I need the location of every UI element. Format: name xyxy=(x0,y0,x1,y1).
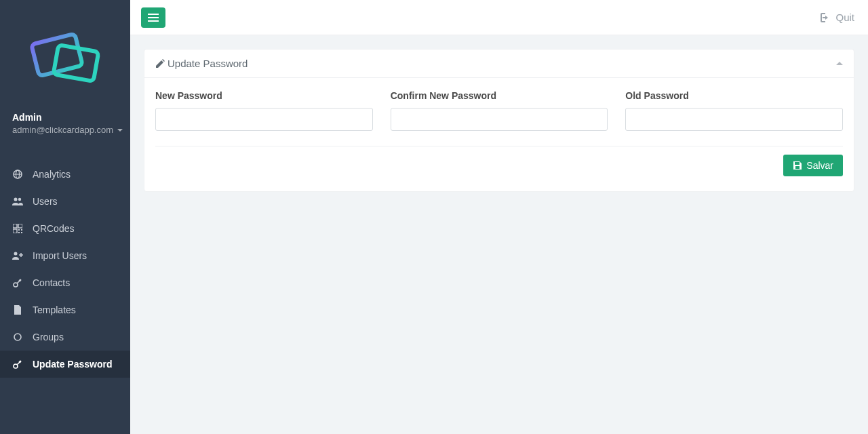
user-email: admin@clickcardapp.com xyxy=(12,125,113,135)
key-icon xyxy=(12,278,23,288)
svg-rect-18 xyxy=(148,14,159,15)
card-title: Update Password xyxy=(155,58,248,69)
confirm-password-input[interactable] xyxy=(391,108,608,131)
sidebar-item-update-password[interactable]: Update Password xyxy=(0,351,130,378)
svg-point-6 xyxy=(18,198,21,201)
sidebar-item-label: Contacts xyxy=(33,277,70,288)
topbar: Quit xyxy=(130,0,868,35)
user-name: Admin xyxy=(12,112,118,123)
sidebar-item-contacts[interactable]: Contacts xyxy=(0,269,130,296)
sidebar-item-qrcodes[interactable]: QRCodes xyxy=(0,215,130,242)
quit-label: Quit xyxy=(835,12,854,23)
collapse-card-icon[interactable] xyxy=(836,62,843,65)
svg-rect-11 xyxy=(21,229,22,231)
confirm-password-label: Confirm New Password xyxy=(391,90,608,101)
chevron-down-icon xyxy=(117,129,123,132)
toggle-sidebar-button[interactable] xyxy=(141,7,165,28)
circle-icon xyxy=(12,333,23,341)
new-password-group: New Password xyxy=(155,90,373,131)
sidebar-item-label: QRCodes xyxy=(33,223,74,234)
user-menu-toggle[interactable]: admin@clickcardapp.com xyxy=(12,125,123,135)
svg-rect-7 xyxy=(13,224,17,228)
update-password-card: Update Password New Password Confirm New… xyxy=(144,49,854,192)
svg-rect-20 xyxy=(148,20,159,22)
svg-rect-13 xyxy=(21,232,22,233)
card-header: Update Password xyxy=(144,50,854,78)
globe-icon xyxy=(12,170,23,179)
card-body: New Password Confirm New Password Old Pa… xyxy=(144,78,854,191)
confirm-password-group: Confirm New Password xyxy=(391,90,608,131)
svg-point-16 xyxy=(14,334,21,340)
card-actions: Salvar xyxy=(155,155,843,176)
svg-rect-9 xyxy=(13,229,17,233)
form-divider xyxy=(155,146,843,146)
sidebar-item-label: Import Users xyxy=(33,250,87,261)
save-icon xyxy=(793,161,802,170)
key-icon xyxy=(12,359,23,369)
sidebar-item-import-users[interactable]: Import Users xyxy=(0,242,130,269)
svg-rect-12 xyxy=(18,232,20,233)
users-icon xyxy=(12,197,23,206)
svg-point-14 xyxy=(14,252,18,256)
sidebar-item-templates[interactable]: Templates xyxy=(0,296,130,323)
app-logo xyxy=(0,0,130,112)
file-icon xyxy=(12,305,23,315)
hamburger-icon xyxy=(148,14,159,22)
password-form-row: New Password Confirm New Password Old Pa… xyxy=(155,90,843,131)
sidebar-item-analytics[interactable]: Analytics xyxy=(0,161,130,188)
svg-rect-8 xyxy=(18,224,22,228)
main-area: Quit Update Password New xyxy=(130,0,868,434)
user-info: Admin admin@clickcardapp.com xyxy=(0,112,130,147)
save-button[interactable]: Salvar xyxy=(783,155,843,176)
content: Update Password New Password Confirm New… xyxy=(130,35,868,205)
sidebar-item-users[interactable]: Users xyxy=(0,188,130,215)
edit-icon xyxy=(155,59,165,68)
new-password-label: New Password xyxy=(155,90,373,101)
sidebar-item-label: Groups xyxy=(33,332,64,342)
user-plus-icon xyxy=(12,251,23,260)
old-password-label: Old Password xyxy=(625,90,843,101)
sidebar-item-groups[interactable]: Groups xyxy=(0,323,130,351)
svg-point-5 xyxy=(14,198,18,201)
sidebar-item-label: Users xyxy=(33,196,58,207)
sidebar-item-label: Update Password xyxy=(33,359,112,370)
old-password-input[interactable] xyxy=(625,108,843,131)
sidebar-item-label: Analytics xyxy=(33,169,71,180)
quit-link[interactable]: Quit xyxy=(818,12,854,23)
sidebar-item-label: Templates xyxy=(33,304,76,315)
sidebar: Admin admin@clickcardapp.com AnalyticsUs… xyxy=(0,0,130,434)
svg-rect-19 xyxy=(148,17,159,18)
svg-rect-1 xyxy=(54,45,99,81)
qrcode-icon xyxy=(12,224,23,233)
sign-out-icon xyxy=(818,13,829,22)
logo-mark xyxy=(24,22,106,90)
sidebar-nav: AnalyticsUsersQRCodesImport UsersContact… xyxy=(0,161,130,378)
old-password-group: Old Password xyxy=(625,90,843,131)
new-password-input[interactable] xyxy=(155,108,373,131)
svg-rect-10 xyxy=(18,229,20,231)
